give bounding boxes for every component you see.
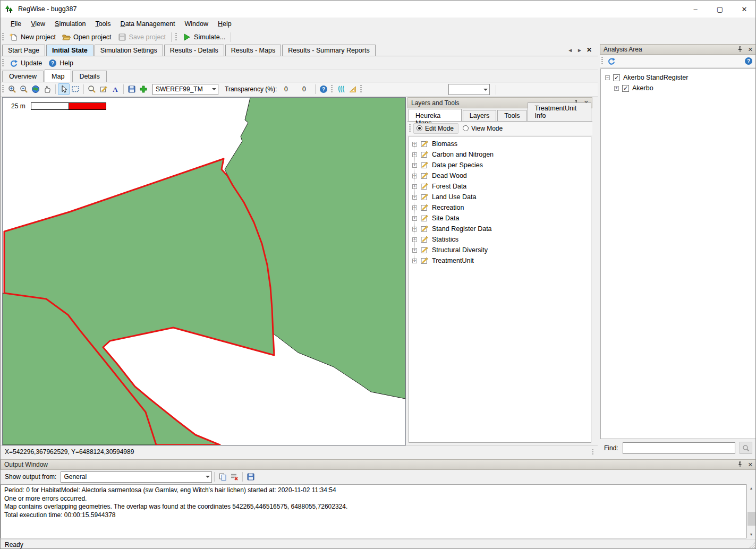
transparency-value[interactable]: 0 (277, 85, 295, 93)
map-canvas[interactable] (3, 98, 405, 445)
clear-output-button[interactable] (228, 471, 240, 483)
crs-combobox[interactable]: SWEREF99_TM (152, 84, 218, 95)
map-extra-combobox[interactable] (448, 84, 490, 95)
magnifier-tool[interactable] (86, 83, 98, 95)
analysis-tree[interactable]: − ✓ Akerbo StandRegister + ✓ Akerbo (600, 68, 756, 439)
find-input[interactable] (623, 442, 735, 454)
tree-item-biomass[interactable]: +Biomass (412, 139, 591, 149)
open-project-button[interactable]: Open project (59, 32, 115, 42)
log-line: Period: 0 for HabitatModel: Alectoria sa… (4, 486, 336, 494)
menu-help[interactable]: Help (213, 19, 236, 29)
identify-tool[interactable] (98, 83, 109, 95)
tab-results-summary-reports[interactable]: Results - Summary Reports (282, 45, 376, 56)
new-project-button[interactable]: New project (6, 32, 59, 42)
search-icon (742, 444, 750, 452)
tab-tools[interactable]: Tools (497, 110, 526, 121)
checkbox-checked[interactable]: ✓ (613, 74, 620, 81)
full-extent-tool[interactable] (30, 83, 41, 95)
rectangle-select-tool[interactable] (70, 83, 81, 95)
tab-overview[interactable]: Overview (2, 71, 44, 82)
tree-item-stand-register-data[interactable]: +Stand Register Data (412, 224, 591, 234)
tree-item-dead-wood[interactable]: +Dead Wood (412, 170, 591, 181)
expander-icon[interactable]: + (614, 86, 619, 91)
select-arrow-tool[interactable] (58, 83, 70, 95)
minimize-button[interactable]: – (683, 1, 708, 18)
zoom-in-tool[interactable] (6, 83, 18, 95)
analysis-panel-title: Analysis Area (604, 46, 642, 53)
map-help-icon[interactable]: ? (318, 83, 329, 95)
label-tool[interactable]: A (109, 83, 121, 95)
transparency-value-2[interactable]: 0 (295, 85, 313, 93)
map-viewport[interactable]: 25 m (2, 97, 406, 445)
output-log[interactable]: Period: 0 for HabitatModel: Alectoria sa… (1, 484, 746, 538)
map-toolbar-sep2 (83, 84, 84, 94)
scrollbar-thumb[interactable] (747, 512, 755, 526)
tree-item-data-per-species[interactable]: +Data per Species (412, 160, 591, 170)
resize-grip[interactable] (748, 541, 755, 548)
map-toolbar-sep1 (55, 84, 56, 94)
pin-icon[interactable] (737, 46, 743, 53)
save-output-button[interactable] (245, 471, 257, 483)
view-mode-radio[interactable]: View Mode (458, 124, 507, 133)
menu-data-management[interactable]: Data Management (116, 19, 180, 29)
refresh-analysis-button[interactable] (606, 55, 617, 67)
tree-item-structural-diversity[interactable]: +Structural Diversity (412, 245, 591, 255)
help-button[interactable]: ? Help (45, 58, 77, 68)
tree-item-carbon-nitrogen[interactable]: +Carbon and Nitrogen (412, 149, 591, 160)
tab-map[interactable]: Map (45, 70, 71, 82)
tree-item-site-data[interactable]: +Site Data (412, 213, 591, 224)
tab-treatmentunit-info[interactable]: TreatmentUnit Info (528, 102, 591, 121)
tab-simulation-settings[interactable]: Simulation Settings (95, 45, 163, 56)
maximize-button[interactable]: ▢ (708, 1, 732, 18)
contour-tool[interactable] (335, 83, 347, 95)
tab-close-icon[interactable]: ✕ (587, 46, 592, 54)
close-panel-icon[interactable]: ✕ (748, 46, 753, 53)
status-grip[interactable] (592, 449, 593, 454)
tab-layers[interactable]: Layers (463, 110, 497, 121)
menu-window[interactable]: Window (180, 19, 213, 29)
zoom-out-tool[interactable] (18, 83, 30, 95)
tab-initial-state[interactable]: Initial State (46, 45, 94, 56)
menu-simulation[interactable]: Simulation (50, 19, 90, 29)
menu-tools[interactable]: Tools (90, 19, 115, 29)
tree-item-treatmentunit[interactable]: +TreatmentUnit (412, 255, 591, 266)
tree-item-forest-data[interactable]: +Forest Data (412, 181, 591, 192)
tab-start-page[interactable]: Start Page (2, 45, 45, 56)
tree-item-land-use-data[interactable]: +Land Use Data (412, 192, 591, 202)
analysis-help-icon[interactable]: ? (743, 55, 754, 67)
add-layer-tool[interactable] (138, 83, 149, 95)
edit-mode-radio[interactable]: Edit Mode (413, 123, 458, 134)
close-panel-icon[interactable]: ✕ (748, 461, 753, 468)
tree-item-recreation[interactable]: +Recreation (412, 202, 591, 213)
heureka-maps-tree[interactable]: +Biomass +Carbon and Nitrogen +Data per … (409, 136, 591, 443)
pin-icon[interactable] (737, 461, 743, 468)
analysis-panel-header: Analysis Area ✕ (600, 44, 756, 55)
menu-file[interactable]: File (6, 19, 26, 29)
tree-item-akerbo[interactable]: + ✓ Akerbo (614, 83, 755, 93)
tab-results-maps[interactable]: Results - Maps (225, 45, 281, 56)
svg-text:?: ? (747, 58, 750, 64)
update-button[interactable]: Update (6, 58, 45, 68)
measure-tool[interactable] (347, 83, 359, 95)
scroll-up-icon[interactable]: ▲ (747, 484, 755, 492)
scroll-down-icon[interactable]: ▼ (747, 530, 755, 538)
pan-tool[interactable] (41, 83, 53, 95)
tab-scroll-left-icon[interactable]: ◄ (567, 47, 573, 53)
tab-results-details[interactable]: Results - Details (164, 45, 224, 56)
collapse-icon[interactable]: − (605, 75, 610, 80)
output-source-combobox[interactable]: General (61, 471, 212, 483)
tree-item-statistics[interactable]: +Statistics (412, 234, 591, 245)
find-search-button[interactable] (740, 442, 752, 454)
simulate-button[interactable]: Simulate... (180, 32, 228, 42)
tab-heureka-maps[interactable]: Heureka Maps (409, 109, 462, 121)
copy-output-button[interactable] (217, 471, 228, 483)
save-project-button[interactable]: Save project (115, 32, 169, 42)
close-button[interactable]: ✕ (732, 1, 756, 18)
tree-item-akerbo-standregister[interactable]: − ✓ Akerbo StandRegister (605, 72, 755, 83)
checkbox-checked[interactable]: ✓ (622, 85, 629, 92)
menu-view[interactable]: View (26, 19, 50, 29)
output-scrollbar[interactable]: ▲ ▼ (746, 484, 755, 538)
tab-details[interactable]: Details (72, 71, 106, 82)
save-map-tool[interactable] (126, 83, 138, 95)
tab-scroll-right-icon[interactable]: ► (577, 47, 582, 53)
